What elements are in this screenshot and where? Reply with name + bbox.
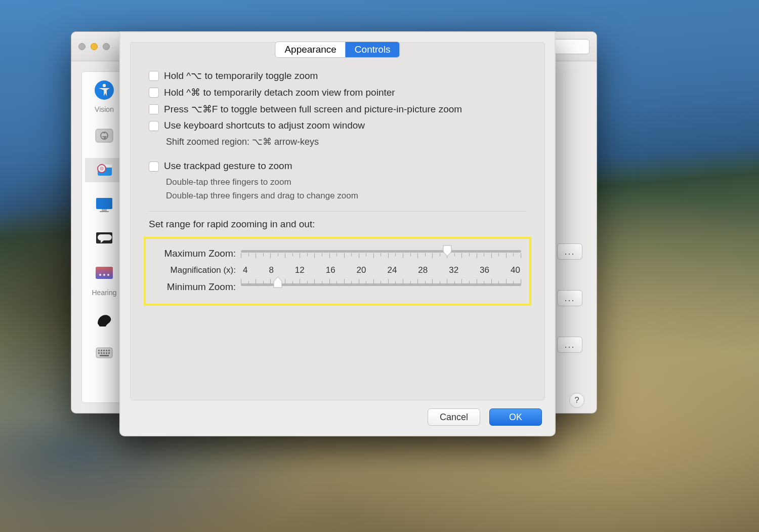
sidebar-item-speech[interactable] bbox=[92, 227, 116, 251]
max-zoom-label: Maximum Zoom: bbox=[150, 248, 241, 259]
svg-point-15 bbox=[103, 84, 106, 87]
sidebar-item-display[interactable] bbox=[92, 192, 116, 217]
sidebar-section-vision: Vision bbox=[95, 105, 114, 113]
zoom-icon[interactable] bbox=[103, 43, 110, 50]
ellipsis-icon: ... bbox=[564, 340, 575, 350]
shift-zoomed-region-hint: Shift zoomed region: ⌥⌘ arrow-keys bbox=[166, 136, 526, 147]
svg-rect-24 bbox=[102, 209, 107, 211]
svg-rect-16 bbox=[96, 129, 113, 142]
svg-rect-42 bbox=[100, 355, 109, 356]
svg-rect-41 bbox=[108, 352, 110, 354]
minimize-icon[interactable] bbox=[91, 43, 98, 50]
zoom-controls-sheet: Appearance Controls Hold ^⌥ to temporari… bbox=[119, 31, 556, 436]
checkbox-label: Use trackpad gesture to zoom bbox=[164, 160, 292, 172]
checkbox-hold-ctrl-cmd[interactable]: Hold ^⌘ to temporarily detach zoom view … bbox=[149, 87, 526, 98]
checkbox-label: Press ⌥⌘F to toggle between full screen … bbox=[164, 103, 462, 115]
sheet-button-row: Cancel OK bbox=[130, 400, 545, 426]
tab-controls[interactable]: Controls bbox=[346, 42, 400, 57]
svg-rect-39 bbox=[103, 352, 105, 354]
svg-rect-37 bbox=[98, 352, 100, 354]
traffic-lights bbox=[78, 43, 110, 50]
svg-rect-23 bbox=[96, 198, 112, 209]
svg-rect-25 bbox=[100, 211, 109, 212]
options-button-3[interactable]: ... bbox=[557, 337, 582, 353]
svg-point-28 bbox=[99, 274, 101, 276]
checkbox-label: Hold ^⌥ to temporarily toggle zoom bbox=[164, 70, 318, 81]
sidebar-item-rtt[interactable] bbox=[92, 341, 116, 365]
checkbox-use-trackpad[interactable]: Use trackpad gesture to zoom bbox=[149, 160, 526, 172]
svg-point-18 bbox=[103, 132, 105, 134]
ellipsis-icon: ... bbox=[564, 293, 575, 304]
trackpad-hint-2: Double-tap three fingers and drag to cha… bbox=[166, 190, 526, 202]
svg-rect-32 bbox=[98, 350, 100, 351]
svg-rect-38 bbox=[101, 352, 102, 354]
sheet-card: Appearance Controls Hold ^⌥ to temporari… bbox=[130, 42, 545, 400]
checkbox-hold-ctrl-opt[interactable]: Hold ^⌥ to temporarily toggle zoom bbox=[149, 70, 526, 81]
close-icon[interactable] bbox=[78, 43, 86, 50]
svg-rect-36 bbox=[108, 350, 110, 351]
highlighted-zoom-range: Maximum Zoom: Magnification (x): 4812162… bbox=[144, 237, 531, 306]
ellipsis-icon: ... bbox=[564, 247, 575, 257]
sidebar-item-zoom[interactable] bbox=[85, 158, 123, 182]
svg-rect-35 bbox=[106, 350, 107, 351]
cancel-button[interactable]: Cancel bbox=[428, 408, 480, 426]
svg-rect-33 bbox=[101, 350, 102, 351]
ok-button[interactable]: OK bbox=[489, 408, 542, 426]
svg-point-22 bbox=[100, 167, 104, 171]
checkbox-press-opt-cmd-f[interactable]: Press ⌥⌘F to toggle between full screen … bbox=[149, 103, 526, 115]
options-list: Hold ^⌥ to temporarily toggle zoom Hold … bbox=[131, 43, 544, 202]
checkbox-label: Use keyboard shortcuts to adjust zoom wi… bbox=[164, 120, 365, 131]
magnification-label: Magnification (x): bbox=[150, 265, 241, 275]
sidebar-item-audio[interactable] bbox=[92, 307, 116, 331]
help-button[interactable]: ? bbox=[569, 393, 584, 408]
sidebar-item-audio-descriptions[interactable] bbox=[92, 124, 116, 148]
sidebar-section-hearing: Hearing bbox=[92, 289, 116, 297]
svg-rect-27 bbox=[96, 267, 113, 279]
options-button-2[interactable]: ... bbox=[557, 290, 582, 306]
svg-point-29 bbox=[103, 274, 105, 276]
separator bbox=[149, 211, 526, 212]
sidebar-item-voiceover[interactable] bbox=[92, 78, 116, 102]
svg-rect-34 bbox=[103, 350, 105, 351]
options-button-1[interactable]: ... bbox=[557, 243, 582, 260]
min-zoom-label: Minimum Zoom: bbox=[150, 281, 241, 293]
magnification-scale: 481216202428323640 bbox=[241, 264, 521, 276]
tab-appearance[interactable]: Appearance bbox=[275, 42, 345, 57]
svg-point-30 bbox=[107, 274, 109, 276]
trackpad-hint-1: Double-tap three fingers to zoom bbox=[166, 177, 526, 188]
sidebar-item-descriptions[interactable] bbox=[92, 261, 116, 285]
checkbox-label: Hold ^⌘ to temporarily detach zoom view … bbox=[164, 87, 395, 98]
checkbox-use-kb-shortcuts[interactable]: Use keyboard shortcuts to adjust zoom wi… bbox=[149, 120, 526, 131]
tab-segmented-control: Appearance Controls bbox=[275, 42, 400, 58]
min-zoom-slider[interactable] bbox=[241, 279, 521, 295]
question-icon: ? bbox=[574, 395, 579, 405]
svg-rect-40 bbox=[106, 352, 107, 354]
max-zoom-slider[interactable] bbox=[241, 246, 521, 261]
range-heading: Set range for rapid zooming in and out: bbox=[131, 219, 544, 235]
